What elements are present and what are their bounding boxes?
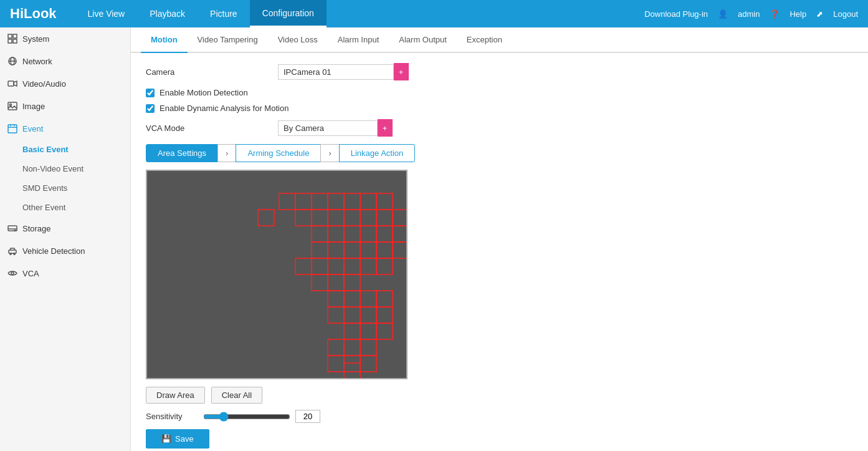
- sensitivity-value-input[interactable]: 20: [295, 410, 320, 423]
- svg-rect-28: [376, 193, 393, 210]
- camera-input[interactable]: [278, 64, 394, 80]
- main-tabs: Motion Video Tampering Video Loss Alarm …: [131, 27, 868, 53]
- sidebar-item-non-video-event[interactable]: Non-Video Event: [0, 159, 130, 178]
- hdd-icon: [7, 223, 17, 233]
- sub-tab-arming-schedule[interactable]: Arming Schedule: [236, 144, 321, 162]
- save-button[interactable]: 💾 Save: [146, 429, 209, 449]
- globe-icon: [7, 56, 17, 66]
- sidebar-item-storage[interactable]: Storage: [0, 217, 130, 240]
- vca-select-btn[interactable]: +: [378, 119, 393, 137]
- header: HiLook Live View Playback Picture Config…: [0, 0, 868, 27]
- enable-dynamic-row: Enable Dynamic Analysis for Motion: [146, 104, 853, 113]
- help-link[interactable]: Help: [789, 9, 806, 19]
- svg-rect-46: [360, 242, 376, 258]
- enable-motion-checkbox[interactable]: [146, 89, 155, 97]
- svg-rect-71: [360, 339, 376, 356]
- admin-link[interactable]: admin: [738, 9, 760, 19]
- tab-video-loss[interactable]: Video Loss: [268, 27, 328, 53]
- svg-rect-54: [376, 258, 393, 274]
- sidebar-label-smd-events: SMD Events: [22, 183, 67, 193]
- sub-tab-arrow-1: ›: [217, 144, 236, 162]
- sidebar-label-event: Event: [22, 124, 43, 133]
- sidebar-item-network[interactable]: Network: [0, 50, 130, 72]
- tab-video-tampering[interactable]: Video Tampering: [188, 27, 268, 53]
- svg-rect-47: [376, 242, 393, 258]
- draw-area-button[interactable]: Draw Area: [146, 387, 205, 404]
- camera-select-btn[interactable]: +: [394, 63, 409, 80]
- svg-rect-40: [360, 226, 376, 242]
- svg-point-21: [11, 272, 14, 274]
- sidebar-item-basic-event[interactable]: Basic Event: [0, 140, 130, 159]
- sidebar-item-image[interactable]: Image: [0, 95, 130, 117]
- svg-rect-1: [13, 34, 17, 38]
- sidebar-item-system[interactable]: System: [0, 27, 130, 50]
- tab-exception[interactable]: Exception: [457, 27, 512, 53]
- nav-playback[interactable]: Playback: [137, 0, 198, 27]
- svg-rect-41: [376, 226, 393, 242]
- svg-rect-73: [344, 356, 360, 372]
- svg-rect-66: [344, 323, 360, 339]
- sidebar-item-event[interactable]: Event: [0, 117, 130, 140]
- logout-link[interactable]: Logout: [833, 9, 858, 19]
- camera-select-container: +: [278, 63, 409, 80]
- sidebar-item-other-event[interactable]: Other Event: [0, 198, 130, 217]
- sidebar-label-vca: VCA: [22, 269, 39, 278]
- svg-rect-3: [13, 39, 17, 43]
- save-icon: 💾: [161, 434, 171, 444]
- svg-point-17: [14, 230, 16, 231]
- motion-detection-area[interactable]: [146, 170, 408, 379]
- sub-tab-linkage-action[interactable]: Linkage Action: [339, 144, 416, 162]
- tab-motion[interactable]: Motion: [141, 27, 188, 53]
- svg-rect-23: [295, 193, 312, 210]
- svg-rect-42: [393, 226, 408, 242]
- clear-all-button[interactable]: Clear All: [211, 387, 262, 404]
- sensitivity-slider[interactable]: [203, 412, 290, 422]
- vca-mode-select[interactable]: By Camera: [278, 120, 378, 136]
- svg-rect-26: [344, 193, 360, 210]
- sidebar-label-non-video-event: Non-Video Event: [22, 164, 83, 173]
- svg-rect-57: [344, 274, 360, 291]
- sidebar-item-video-audio[interactable]: Video/Audio: [0, 72, 130, 95]
- sidebar-item-vehicle-detection[interactable]: Vehicle Detection: [0, 240, 130, 262]
- header-nav: Live View Playback Picture Configuration: [75, 0, 645, 27]
- sidebar-label-image: Image: [22, 102, 45, 111]
- svg-rect-24: [312, 193, 328, 210]
- svg-rect-70: [344, 339, 360, 356]
- nav-live-view[interactable]: Live View: [75, 0, 138, 27]
- image-icon: [7, 101, 17, 111]
- area-buttons: Draw Area Clear All: [146, 387, 853, 404]
- logo: HiLook: [10, 6, 57, 22]
- svg-rect-0: [8, 34, 12, 38]
- layout: System Network Video/Audio: [0, 27, 868, 451]
- sub-tab-arrow-2: ›: [320, 144, 339, 162]
- svg-rect-68: [376, 323, 393, 339]
- svg-rect-39: [344, 226, 360, 242]
- sidebar-label-vehicle-detection: Vehicle Detection: [22, 246, 85, 256]
- svg-rect-75: [344, 363, 360, 379]
- svg-rect-32: [328, 210, 344, 226]
- svg-rect-30: [295, 210, 312, 226]
- download-plugin-link[interactable]: Download Plug-in: [644, 9, 708, 19]
- sidebar-label-video-audio: Video/Audio: [22, 79, 66, 89]
- sidebar-label-storage: Storage: [22, 224, 51, 233]
- enable-motion-row: Enable Motion Detection: [146, 88, 853, 97]
- svg-rect-18: [9, 250, 16, 253]
- nav-configuration[interactable]: Configuration: [250, 0, 327, 27]
- sub-tab-area-settings[interactable]: Area Settings: [146, 144, 218, 162]
- svg-rect-22: [279, 193, 295, 210]
- sidebar-item-smd-events[interactable]: SMD Events: [0, 178, 130, 198]
- sensitivity-label: Sensitivity: [146, 412, 196, 421]
- svg-point-19: [10, 253, 11, 255]
- svg-rect-60: [360, 291, 376, 307]
- sidebar-item-vca[interactable]: VCA: [0, 262, 130, 284]
- enable-dynamic-checkbox[interactable]: [146, 104, 155, 113]
- tab-alarm-output[interactable]: Alarm Output: [389, 27, 457, 53]
- sub-tabs: Area Settings › Arming Schedule › Linkag…: [146, 144, 853, 162]
- svg-rect-36: [393, 210, 408, 226]
- vca-select-container: By Camera +: [278, 119, 393, 137]
- tab-alarm-input[interactable]: Alarm Input: [328, 27, 389, 53]
- nav-picture[interactable]: Picture: [198, 0, 250, 27]
- svg-rect-27: [360, 193, 376, 210]
- sidebar-label-basic-event: Basic Event: [22, 145, 69, 154]
- camera-row: Camera +: [146, 63, 853, 80]
